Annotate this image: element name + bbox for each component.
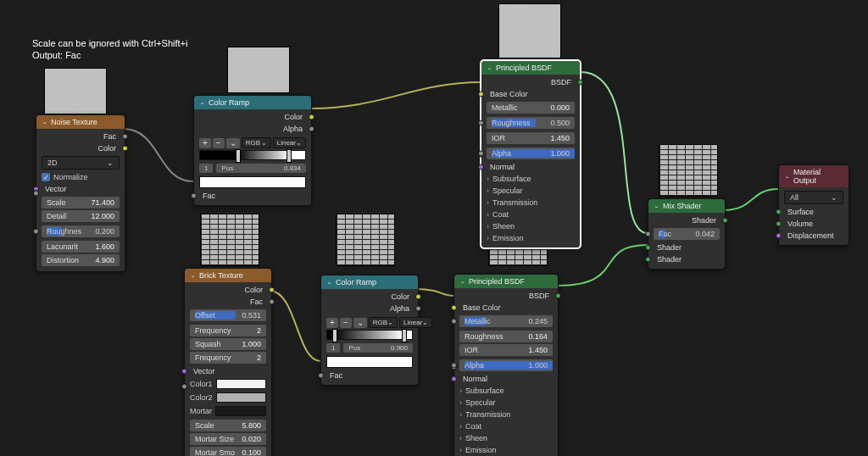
remove-stop-button[interactable]: − <box>340 318 352 328</box>
group-sheen[interactable]: ›Sheen <box>454 432 558 444</box>
color-mode-select[interactable]: RGB⌄ <box>242 137 271 148</box>
group-coat[interactable]: ›Coat <box>454 420 558 432</box>
param-fac[interactable]: Fac0.042 <box>648 226 725 242</box>
input-fac[interactable]: Fac <box>194 190 311 202</box>
input-mortar[interactable]: Mortar <box>185 404 271 418</box>
output-bsdf[interactable]: BSDF <box>454 290 558 302</box>
menu-icon[interactable]: ⌄ <box>226 138 240 148</box>
input-color2[interactable]: Color2 <box>185 391 271 404</box>
param-frequency-2[interactable]: Frequency2 <box>190 352 266 364</box>
param-distortion[interactable]: Distortion4.900 <box>42 254 120 266</box>
input-base-color[interactable]: Base Color <box>454 302 558 314</box>
param-offset[interactable]: Offset0.531 <box>185 308 271 323</box>
group-transmission[interactable]: ›Transmission <box>481 197 580 209</box>
normalize-checkbox[interactable]: ✓Normalize <box>36 171 125 183</box>
node-header[interactable]: ⌄Principled BSDF <box>481 61 580 75</box>
input-displacement[interactable]: Displacement <box>779 230 849 242</box>
output-color[interactable]: Color <box>185 284 271 296</box>
output-color[interactable]: Color <box>321 291 418 303</box>
remove-stop-button[interactable]: − <box>213 138 225 148</box>
input-normal[interactable]: Normal <box>454 373 558 385</box>
group-emission[interactable]: ›Emission <box>481 232 580 244</box>
interp-select[interactable]: Linear⌄ <box>399 317 432 328</box>
node-noise-texture[interactable]: ⌄ Noise Texture Fac Color 2D⌄ ✓Normalize… <box>36 114 125 272</box>
output-alpha[interactable]: Alpha <box>321 303 418 314</box>
param-metallic[interactable]: Metallic0.245 <box>454 314 558 329</box>
output-alpha[interactable]: Alpha <box>194 123 311 135</box>
stop-pos[interactable]: Pos0.834 <box>216 164 306 173</box>
group-emission[interactable]: ›Emission <box>454 444 558 456</box>
node-principled-bsdf-1[interactable]: ⌄Principled BSDF BSDF Base Color Metalli… <box>481 60 581 248</box>
node-header[interactable]: ⌄Color Ramp <box>194 96 311 109</box>
stop-index[interactable]: 1 <box>199 164 213 173</box>
group-subsurface[interactable]: ›Subsurface <box>454 385 558 397</box>
gradient-bar[interactable] <box>199 150 306 160</box>
color-mode-select[interactable]: RGB⌄ <box>369 317 398 328</box>
menu-icon[interactable]: ⌄ <box>353 318 367 328</box>
dimension-select[interactable]: 2D⌄ <box>42 156 120 170</box>
target-select[interactable]: All⌄ <box>784 191 843 204</box>
param-squash[interactable]: Squash1.000 <box>190 338 266 350</box>
input-color1[interactable]: Color1 <box>185 377 271 391</box>
node-color-ramp-2[interactable]: ⌄Color Ramp Color Alpha + − ⌄ RGB⌄ Linea… <box>320 275 419 386</box>
node-header[interactable]: ⌄Principled BSDF <box>454 275 558 288</box>
group-sheen[interactable]: ›Sheen <box>481 220 580 232</box>
node-title: Brick Texture <box>199 271 243 280</box>
param-ior[interactable]: IOR1.450 <box>459 344 553 356</box>
node-header[interactable]: ⌄ Noise Texture <box>36 115 125 129</box>
output-bsdf[interactable]: BSDF <box>481 76 580 88</box>
add-stop-button[interactable]: + <box>326 318 338 328</box>
output-shader[interactable]: Shader <box>648 214 725 226</box>
interp-select[interactable]: Linear⌄ <box>273 137 306 148</box>
node-mix-shader[interactable]: ⌄Mix Shader Shader Fac0.042 Shader Shade… <box>648 198 726 270</box>
param-mortar-smooth[interactable]: Mortar Smo0.100 <box>190 447 266 456</box>
input-shader-2[interactable]: Shader <box>648 253 725 265</box>
param-lacunarity[interactable]: Lacunarit1.600 <box>42 241 120 253</box>
param-metallic[interactable]: Metallic0.000 <box>487 102 575 114</box>
input-base-color[interactable]: Base Color <box>481 88 580 100</box>
node-color-ramp-1[interactable]: ⌄Color Ramp Color Alpha + − ⌄ RGB⌄ Linea… <box>193 95 312 206</box>
param-roughness[interactable]: Roughness0.500 <box>481 115 580 131</box>
input-shader-1[interactable]: Shader <box>648 242 725 253</box>
input-surface[interactable]: Surface <box>779 206 849 218</box>
param-frequency-1[interactable]: Frequency2 <box>190 325 266 336</box>
param-detail[interactable]: Detail12.000 <box>42 210 120 222</box>
node-header[interactable]: ⌄Color Ramp <box>321 275 418 289</box>
group-transmission[interactable]: ›Transmission <box>454 409 558 420</box>
param-roughness[interactable]: Roughness0.164 <box>459 331 553 342</box>
input-normal[interactable]: Normal <box>481 161 580 173</box>
stop-pos[interactable]: Pos0.900 <box>343 343 413 353</box>
node-header[interactable]: ⌄Mix Shader <box>648 199 725 213</box>
group-specular[interactable]: ›Specular <box>454 397 558 409</box>
input-vector[interactable]: Vector <box>36 183 125 195</box>
node-brick-texture[interactable]: ⌄Brick Texture Color Fac Offset0.531 Fre… <box>184 268 272 456</box>
group-specular[interactable]: ›Specular <box>481 185 580 197</box>
gradient-bar[interactable] <box>326 330 413 340</box>
param-ior[interactable]: IOR1.450 <box>487 132 575 144</box>
param-alpha[interactable]: Alpha1.000 <box>481 146 580 161</box>
group-subsurface[interactable]: ›Subsurface <box>481 173 580 185</box>
node-header[interactable]: ⌄Brick Texture <box>185 269 271 282</box>
input-volume[interactable]: Volume <box>779 218 849 230</box>
node-header[interactable]: ⌄Material Output <box>779 165 849 187</box>
param-roughness[interactable]: Roughnes0.200 <box>36 224 125 239</box>
stop-color[interactable] <box>326 356 413 368</box>
input-fac[interactable]: Fac <box>321 370 418 381</box>
stop-index[interactable]: 1 <box>326 343 340 353</box>
output-fac[interactable]: Fac <box>185 296 271 308</box>
node-material-output[interactable]: ⌄Material Output All⌄ Surface Volume Dis… <box>778 164 849 246</box>
input-vector[interactable]: Vector <box>185 365 271 377</box>
output-color[interactable]: Color <box>194 111 311 123</box>
collapse-icon[interactable]: ⌄ <box>42 120 47 125</box>
add-stop-button[interactable]: + <box>199 138 211 148</box>
group-coat[interactable]: ›Coat <box>481 209 580 220</box>
param-scale[interactable]: Scale5.800 <box>190 420 266 431</box>
param-scale[interactable]: Scale71.400 <box>42 197 120 209</box>
param-mortar-size[interactable]: Mortar Size0.020 <box>190 433 266 445</box>
output-color[interactable]: Color <box>36 142 125 154</box>
param-alpha[interactable]: Alpha1.000 <box>454 358 558 373</box>
output-fac[interactable]: Fac <box>36 131 125 142</box>
node-principled-bsdf-2[interactable]: ⌄Principled BSDF BSDF Base Color Metalli… <box>453 274 559 456</box>
preview-brick-4 <box>659 144 718 197</box>
stop-color[interactable] <box>199 176 306 188</box>
